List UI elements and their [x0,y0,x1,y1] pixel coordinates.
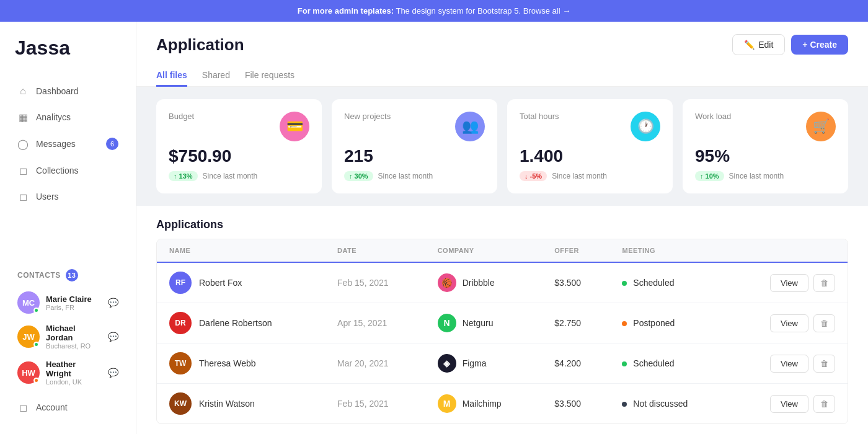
sidebar-item-users[interactable]: ◻ Users [10,185,126,208]
sidebar-nav: ⌂ Dashboard ▦ Analitycs ◯ Messages 6 ◻ C… [10,79,126,249]
delete-button-0[interactable]: 🗑 [813,274,835,292]
stat-card-work-load: Work load 🛒 95% ↑ 10% Since last month [683,99,848,193]
sidebar-item-messages[interactable]: ◯ Messages 6 [10,131,126,156]
name-cell-3: KW Kristin Watson [169,392,312,415]
header-actions: ✏️ Edit + Create [732,34,848,55]
avatar-wrap-marie: MC [17,291,40,314]
company-logo-0: 🏀 [438,273,456,292]
action-cell-0: View 🗑 [742,274,835,292]
create-button[interactable]: + Create [791,35,848,55]
stat-icon-work-load: 🛒 [806,112,836,141]
avatar-wrap-michael: JW [17,326,40,348]
cell-offer-2: $4.200 [542,343,609,384]
msg-icon-marie[interactable]: 💬 [108,298,118,308]
stats-grid: Budget 💳 $750.90 ↑ 13% Since last month … [156,99,848,193]
stat-since-budget: Since last month [203,172,258,180]
stat-since-total-hours: Since last month [552,172,607,180]
contact-info-michael: Michael Jordan Bucharest, RO [46,324,102,350]
cell-name-0: RF Robert Fox [157,262,325,303]
sidebar-logo: Jassa [10,37,126,60]
view-button-0[interactable]: View [770,274,808,292]
tab-shared[interactable]: Shared [202,65,230,87]
view-button-2[interactable]: View [770,355,808,373]
sidebar-item-dashboard[interactable]: ⌂ Dashboard [10,79,126,103]
meeting-status-2: Scheduled [633,358,674,368]
delete-button-2[interactable]: 🗑 [813,355,835,373]
contact-info-heather: Heather Wright London, UK [46,360,102,386]
contact-michael-jordan[interactable]: JW Michael Jordan Bucharest, RO 💬 [10,319,126,355]
main-content: Application ✏️ Edit + Create All files S… [136,22,868,434]
tab-file-requests[interactable]: File requests [245,65,294,87]
delete-button-3[interactable]: 🗑 [813,395,835,413]
contacts-header: CONTACTS 13 [10,264,126,286]
row-name-0: Robert Fox [199,278,242,288]
delete-button-1[interactable]: 🗑 [813,314,835,332]
view-button-1[interactable]: View [770,314,808,332]
sidebar-label-users: Users [36,192,59,202]
stat-card-total-hours: Total hours 🕐 1.400 ↓ -5% Since last mon… [507,99,673,193]
stat-header-budget: Budget 💳 [169,112,309,141]
cell-actions-2: View 🗑 [729,343,848,384]
stat-footer-work-load: ↑ 10% Since last month [695,171,836,181]
col-offer: OFFER [542,239,609,262]
row-name-1: Darlene Robertson [199,318,272,328]
stat-icon-new-projects: 👥 [455,112,485,141]
sidebar-item-collections[interactable]: ◻ Collections [10,159,126,182]
content-area: Application ✏️ Edit + Create All files S… [136,22,868,434]
applications-table-wrap: NAME DATE COMPANY OFFER MEETING RF [156,239,848,424]
company-cell-1: N Netguru [438,314,530,332]
applications-title: Applications [156,206,848,239]
col-company: COMPANY [425,239,542,262]
stat-icon-budget: 💳 [280,112,309,141]
avatar-wrap-heather: HW [17,361,40,384]
contact-marie-claire[interactable]: MC Marie Claire Paris, FR 💬 [10,286,126,319]
name-cell-0: RF Robert Fox [169,272,312,294]
cell-date-3: Feb 15, 2021 [325,384,425,424]
row-name-3: Kristin Watson [199,399,255,409]
stat-value-new-projects: 215 [344,146,485,166]
cell-offer-3: $3.500 [542,384,609,424]
stat-change-work-load: ↑ 10% [695,171,724,181]
stats-area: Budget 💳 $750.90 ↑ 13% Since last month … [136,87,868,206]
row-avatar-0: RF [169,272,192,294]
sidebar-label-collections: Collections [36,166,78,175]
users-icon: ◻ [17,191,29,202]
meeting-status-0: Scheduled [633,278,674,288]
account-icon: ◻ [17,402,29,413]
row-avatar-2: TW [169,352,192,374]
edit-button[interactable]: ✏️ Edit [732,34,785,55]
contact-heather-wright[interactable]: HW Heather Wright London, UK 💬 [10,355,126,391]
cell-offer-1: $2.750 [542,303,609,343]
company-cell-2: ◈ Figma [438,354,530,373]
tabs-bar: All files Shared File requests [136,55,868,87]
stat-footer-budget: ↑ 13% Since last month [169,171,309,181]
stat-label-work-load: Work load [695,112,731,121]
col-actions [729,239,848,262]
stat-header-new-projects: New projects 👥 [344,112,485,141]
sidebar-item-account[interactable]: ◻ Account [10,396,126,419]
name-cell-2: TW Theresa Webb [169,352,312,374]
company-name-1: Netguru [463,318,494,328]
msg-icon-michael[interactable]: 💬 [108,332,118,342]
stat-card-new-projects: New projects 👥 215 ↑ 30% Since last mont… [332,99,497,193]
meeting-dot-3 [622,402,627,407]
contact-sub-marie: Paris, FR [46,304,102,311]
stat-label-total-hours: Total hours [520,112,559,121]
contacts-section: CONTACTS 13 MC Marie Claire Paris, FR 💬 … [10,264,126,419]
sidebar-item-analytics[interactable]: ▦ Analitycs [10,105,126,129]
col-meeting: MEETING [609,239,728,262]
stat-value-work-load: 95% [695,146,836,166]
cell-actions-3: View 🗑 [729,384,848,424]
sidebar: Jassa ⌂ Dashboard ▦ Analitycs ◯ Messages… [0,22,136,434]
view-button-3[interactable]: View [770,395,808,413]
row-avatar-3: KW [169,392,192,415]
msg-icon-heather[interactable]: 💬 [108,368,118,378]
action-cell-1: View 🗑 [742,314,835,332]
table-row: DR Darlene Robertson Apr 15, 2021 N Netg… [157,303,848,343]
action-cell-3: View 🗑 [742,395,835,413]
edit-label: Edit [758,40,773,50]
tab-all-files[interactable]: All files [156,65,187,87]
stat-header-total-hours: Total hours 🕐 [520,112,660,141]
contact-name-marie: Marie Claire [46,294,102,304]
status-dot-heather [33,378,39,383]
